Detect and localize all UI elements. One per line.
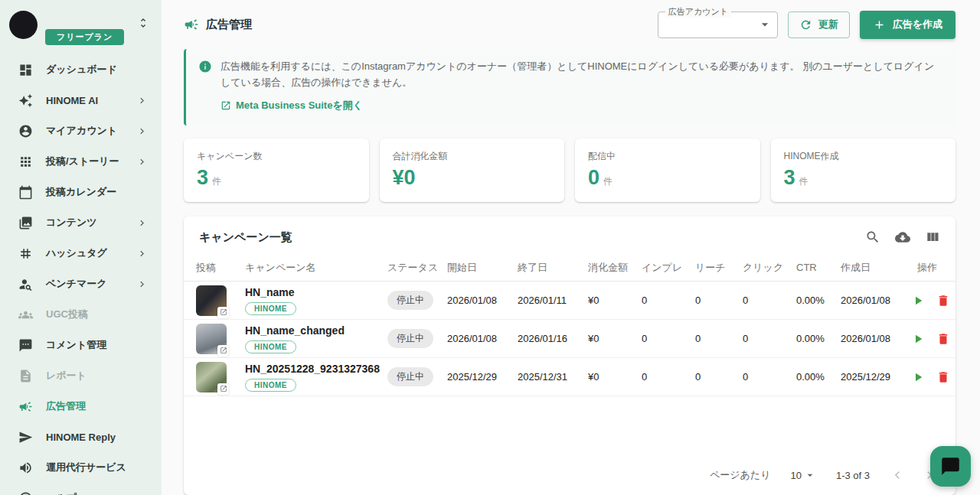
sidebar-item-help[interactable]: ヘルプ xyxy=(6,483,155,495)
sidebar-item-hashtag[interactable]: ハッシュタグ xyxy=(6,238,155,269)
open-post-icon[interactable] xyxy=(217,383,229,395)
sidebar-item-hinome-reply[interactable]: HINOME Reply xyxy=(6,422,155,452)
speaker-icon xyxy=(18,461,33,475)
row-actions xyxy=(911,294,943,308)
table-title: キャンペーン一覧 xyxy=(199,230,292,245)
table-head: キャンペーン一覧 xyxy=(184,217,956,254)
chevron-right-icon xyxy=(136,248,148,259)
alert-text: 広告機能を利用するには、このInstagramアカウントのオーナー（管理者）とし… xyxy=(220,60,934,88)
play-icon[interactable] xyxy=(911,332,925,346)
download-icon[interactable] xyxy=(895,230,910,245)
help-icon xyxy=(18,491,33,495)
campaign-name-cell: HN_20251228_9231327368 HINOME xyxy=(245,363,387,392)
campaign-table-card: キャンペーン一覧 投稿 キャンペーン名 ステータス 開始日 終了日 消化金額 イ… xyxy=(184,217,956,495)
sidebar-item-label: ダッシュボード xyxy=(46,63,117,77)
sidebar-item-benchmark[interactable]: ベンチマーク xyxy=(6,269,155,299)
sidebar-item-ugc-posts[interactable]: UGC投稿 xyxy=(6,299,155,330)
sidebar-item-label: コンテンツ xyxy=(46,216,97,230)
ad-account-select[interactable]: 広告アカウント xyxy=(658,11,778,38)
send-icon xyxy=(18,430,33,445)
campaign-name-cell: HN_name_changed HINOME xyxy=(245,324,387,353)
alert-body: 広告機能を利用するには、このInstagramアカウントのオーナー（管理者）とし… xyxy=(220,59,943,116)
table-row: HN_name_changed HINOME 停止中 2026/01/08 20… xyxy=(184,320,956,358)
hinome-chip: HINOME xyxy=(245,340,296,353)
sidebar-item-dashboard[interactable]: ダッシュボード xyxy=(6,54,155,85)
post-thumbnail[interactable] xyxy=(196,285,227,316)
person-search-icon xyxy=(18,277,33,291)
per-page-label: ページあたり xyxy=(710,468,771,482)
report-icon xyxy=(18,369,33,383)
post-thumbnail[interactable] xyxy=(196,362,227,392)
hinome-chip: HINOME xyxy=(245,379,296,392)
chevron-right-icon xyxy=(136,156,148,168)
sidebar-item-post-calendar[interactable]: 投稿カレンダー xyxy=(6,177,155,207)
sidebar-item-contents[interactable]: コンテンツ xyxy=(6,207,155,238)
table-row: HN_name HINOME 停止中 2026/01/08 2026/01/11… xyxy=(184,282,956,320)
megaphone-icon xyxy=(18,399,33,414)
row-actions xyxy=(911,332,943,346)
open-post-icon[interactable] xyxy=(217,345,229,357)
view-columns-icon[interactable] xyxy=(925,230,940,245)
main-content: 広告管理 広告アカウント 更新 広告を作成 広告機能を利用 xyxy=(162,0,980,495)
sidebar-item-label: ヘルプ xyxy=(46,491,77,495)
info-icon xyxy=(198,60,212,116)
sidebar-item-report[interactable]: レポート xyxy=(6,360,155,391)
table-tools xyxy=(865,230,940,245)
chat-bubble-icon xyxy=(940,456,961,477)
profile-block: フリープラン xyxy=(6,9,155,45)
delete-icon[interactable] xyxy=(936,294,950,308)
play-icon[interactable] xyxy=(911,370,925,384)
sparkle-icon xyxy=(18,93,33,108)
page-range: 1-3 of 3 xyxy=(836,470,870,481)
chevron-right-icon xyxy=(136,217,148,229)
comment-icon xyxy=(18,338,33,353)
sidebar-item-my-account[interactable]: マイアカウント xyxy=(6,116,155,146)
sidebar-item-label: マイアカウント xyxy=(46,124,117,138)
sidebar-item-comment-management[interactable]: コメント管理 xyxy=(6,330,155,360)
sidebar-item-posts-stories[interactable]: 投稿/ストーリー xyxy=(6,146,155,177)
per-page-select[interactable]: 10 xyxy=(790,469,815,481)
app-window: フリープラン ダッシュボード HINOME AI マイアカウント xyxy=(0,0,980,495)
chevron-right-icon xyxy=(136,125,148,137)
groups-icon xyxy=(18,308,33,322)
sidebar-item-label: HINOME Reply xyxy=(46,431,116,443)
status-badge: 停止中 xyxy=(387,367,433,386)
dashboard-icon xyxy=(18,63,33,77)
dropdown-arrow-icon xyxy=(757,17,773,32)
status-badge: 停止中 xyxy=(387,291,433,310)
person-icon xyxy=(18,124,33,138)
avatar[interactable] xyxy=(9,11,38,39)
dropdown-arrow-icon xyxy=(804,469,816,481)
stat-card-campaign-count: キャンペーン数 3件 xyxy=(184,138,369,203)
stat-value: 3件 xyxy=(197,167,356,190)
delete-icon[interactable] xyxy=(936,332,950,346)
post-thumbnail[interactable] xyxy=(196,324,227,354)
pagination: ページあたり 10 1-3 of 3 xyxy=(184,460,956,495)
chat-widget-button[interactable] xyxy=(930,446,971,487)
hinome-chip: HINOME xyxy=(245,302,296,315)
play-icon[interactable] xyxy=(911,294,925,308)
sidebar-item-hinome-ai[interactable]: HINOME AI xyxy=(6,85,155,116)
search-icon[interactable] xyxy=(865,230,880,245)
sidebar-item-ad-management[interactable]: 広告管理 xyxy=(6,391,155,422)
sidebar-item-agency-service[interactable]: 運用代行サービス xyxy=(6,452,155,483)
sidebar-item-label: HINOME AI xyxy=(46,95,98,106)
sidebar-item-label: 投稿カレンダー xyxy=(46,185,116,199)
stat-card-active-count: 配信中 0件 xyxy=(575,138,760,203)
unfold-more-icon[interactable] xyxy=(134,14,152,34)
page-header: 広告管理 広告アカウント 更新 広告を作成 xyxy=(184,0,956,49)
refresh-button[interactable]: 更新 xyxy=(788,11,850,38)
sidebar-nav: ダッシュボード HINOME AI マイアカウント 投稿/ストーリー 投稿カレン… xyxy=(6,54,155,495)
sidebar: フリープラン ダッシュボード HINOME AI マイアカウント xyxy=(0,0,162,495)
sidebar-item-label: 投稿/ストーリー xyxy=(46,155,119,168)
meta-business-suite-link[interactable]: Meta Business Suiteを開く xyxy=(220,98,363,114)
chevron-right-icon xyxy=(136,278,148,290)
prev-page-icon[interactable] xyxy=(890,467,905,483)
delete-icon[interactable] xyxy=(936,370,950,384)
stat-cards: キャンペーン数 3件 合計消化金額 ¥0 配信中 0件 HINOME作成 3件 xyxy=(184,138,956,203)
open-post-icon[interactable] xyxy=(217,307,229,318)
create-ad-button[interactable]: 広告を作成 xyxy=(860,11,956,39)
stat-value: 3件 xyxy=(784,167,943,190)
sidebar-item-label: 運用代行サービス xyxy=(46,461,126,474)
sidebar-item-label: ベンチマーク xyxy=(46,277,107,291)
